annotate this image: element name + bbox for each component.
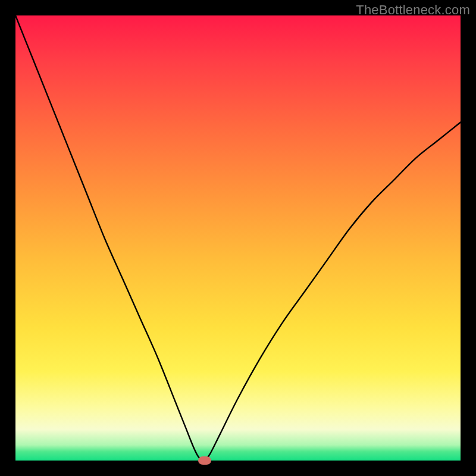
bottleneck-curve <box>15 15 461 461</box>
chart-frame: TheBottleneck.com <box>0 0 476 476</box>
plot-area <box>15 15 461 461</box>
optimum-marker <box>198 456 211 465</box>
